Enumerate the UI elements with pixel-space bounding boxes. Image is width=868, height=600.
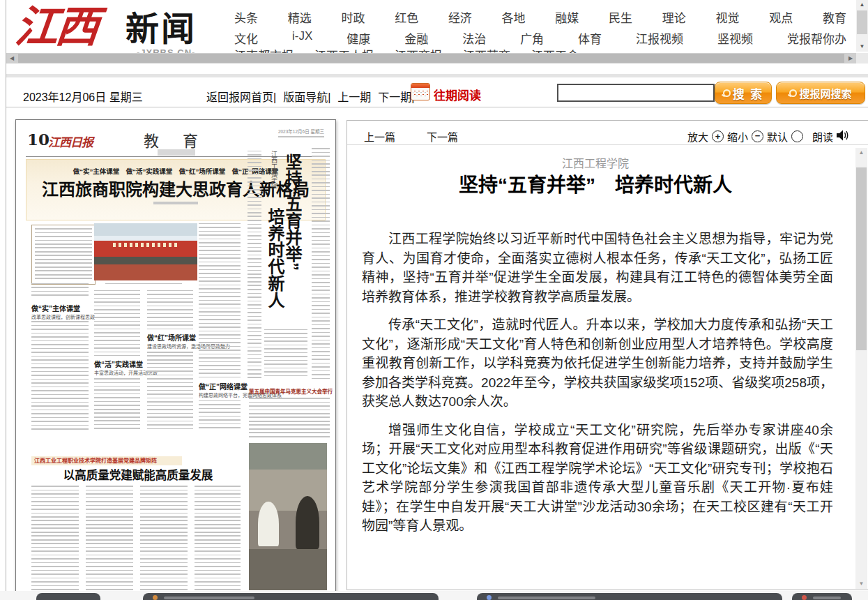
epaper-lead-photo	[94, 223, 197, 280]
text-placeholder	[94, 378, 140, 430]
text-placeholder	[31, 283, 89, 299]
site-search-button[interactable]: 搜报网搜索	[776, 82, 865, 104]
nav-item-law[interactable]: 法治	[462, 29, 486, 47]
default-size-label[interactable]: 默认	[767, 129, 788, 144]
next-article-link[interactable]: 下一篇	[427, 129, 458, 144]
main-nav: 头条 精选 时政 红色 经济 各地 融媒 民生 理论 视觉 观点 教育 文化 i…	[234, 0, 846, 53]
browser-tab[interactable]	[477, 593, 782, 600]
nav-item-jxsb[interactable]: 江西商报	[395, 46, 442, 53]
previous-article-link[interactable]: 上一篇	[364, 129, 395, 144]
article-toolbar-divider	[347, 144, 868, 145]
nav-item-economy[interactable]: 经济	[448, 8, 472, 26]
epaper-subhead-1: 做“实”主体课堂 改革思政课程，创新课程思政	[31, 303, 95, 320]
scrollbar-corner	[856, 53, 868, 63]
nav-item-politics[interactable]: 时政	[341, 8, 365, 26]
article-scroll-thumb[interactable]	[856, 167, 867, 350]
issue-date: 2023年12月06日 星期三	[23, 88, 143, 105]
site-logo-text[interactable]: 新闻	[125, 10, 197, 49]
nav-item-ijx[interactable]: i-JX	[292, 29, 312, 47]
back-to-home-link[interactable]: 返回报网首页|	[206, 88, 276, 105]
text-placeholder	[31, 321, 89, 430]
text-placeholder	[813, 597, 841, 599]
site-search-button-label: 搜报网搜索	[799, 86, 851, 100]
past-issues-link[interactable]: 往期阅读	[434, 86, 481, 103]
nav-item-opinion[interactable]: 观点	[769, 8, 793, 26]
next-issue-link[interactable]: 下一期|	[378, 88, 414, 105]
article-kicker: 江西工程学院	[347, 154, 844, 171]
header-vscroll-thumb[interactable]	[857, 10, 867, 34]
nav-item-red[interactable]: 红色	[395, 8, 418, 26]
article-title: 坚持“五育并举” 培养时代新人	[347, 170, 844, 197]
zoom-in-label[interactable]: 放大	[687, 129, 708, 144]
epaper-bottom-photo	[249, 443, 327, 590]
nav-item-media[interactable]: 融媒	[555, 8, 579, 26]
nav-item-jnds[interactable]: 江南都市报	[234, 46, 294, 53]
scroll-right-icon[interactable]: ▶	[845, 53, 856, 63]
tab-favicon	[487, 595, 492, 600]
article-frame: 上一篇 下一篇 放大 缩小 默认 朗读 江西工程学院 坚持“五育并举” 培养时代…	[347, 120, 868, 590]
browser-tab[interactable]	[143, 593, 439, 600]
nav-item-vision[interactable]: 视觉	[715, 8, 739, 26]
nav-item-jxgh[interactable]: 江西工会	[531, 46, 579, 53]
search-button-label: 搜 索	[733, 84, 764, 102]
text-placeholder	[249, 398, 330, 438]
read-aloud-label[interactable]: 朗读	[812, 129, 833, 144]
site-logo-calligraphy[interactable]: 江西	[13, 0, 99, 54]
scroll-up-icon[interactable]: ▲	[856, 0, 868, 10]
nav-item-jxgr[interactable]: 江西工人报	[314, 46, 374, 53]
article-tools: 放大 缩小 默认 朗读	[687, 129, 849, 144]
text-placeholder	[248, 151, 261, 381]
nav-item-culture[interactable]: 文化	[234, 29, 258, 47]
text-placeholder	[94, 290, 140, 356]
epaper-date-line: 2023年12月6日 星期三	[278, 128, 324, 140]
browser-tab[interactable]	[792, 593, 852, 600]
scroll-down-icon[interactable]: ▼	[856, 42, 868, 52]
nav-item-featured[interactable]: 精选	[288, 8, 312, 26]
nav-item-livelihood[interactable]: 民生	[609, 8, 632, 26]
epaper-section-tab	[158, 149, 195, 156]
zoom-in-icon[interactable]	[712, 130, 724, 142]
epaper-news-headline[interactable]: 第五届中国青年马克思主义大会举行	[249, 387, 330, 395]
nav-row-1: 头条 精选 时政 红色 经济 各地 融媒 民生 理论 视觉 观点 教育	[234, 8, 846, 26]
scroll-left-icon[interactable]: ◀	[6, 53, 17, 63]
header-vertical-scrollbar[interactable]: ▲ ▼	[856, 0, 868, 52]
epaper-bottom-headline[interactable]: 以高质量党建赋能高质量发展	[37, 466, 239, 483]
nav-item-party-help[interactable]: 党报帮你办	[787, 29, 846, 47]
header-divider	[6, 74, 868, 77]
nav-item-theory[interactable]: 理论	[662, 8, 686, 26]
text-placeholder	[140, 486, 188, 590]
zoom-out-icon[interactable]	[752, 130, 763, 142]
previous-issue-link[interactable]: 上一期	[337, 88, 371, 105]
epaper-page-thumbnail[interactable]: 10 江西日报 教 育 2023年12月6日 星期三 做“实”主体课堂 做“活”…	[15, 119, 336, 592]
article-vertical-scrollbar[interactable]: ▲ ▼	[855, 148, 867, 589]
search-button[interactable]: 搜 索	[715, 82, 772, 104]
header-horizontal-scrollbar[interactable]: ◀ ▶	[6, 53, 856, 63]
nav-item-video[interactable]: 江报视频	[636, 29, 683, 47]
nav-item-finance[interactable]: 金融	[404, 29, 428, 47]
nav-item-vertical-video[interactable]: 竖视频	[717, 29, 753, 47]
nav-item-regions[interactable]: 各地	[502, 8, 526, 26]
nav-item-health[interactable]: 健康	[347, 29, 370, 47]
nav-item-education[interactable]: 教育	[823, 8, 846, 26]
text-placeholder	[278, 136, 324, 140]
scroll-up-icon[interactable]: ▲	[855, 148, 867, 158]
search-icon	[723, 89, 731, 97]
default-size-icon[interactable]	[791, 130, 803, 142]
nav-item-wideangle[interactable]: 广角	[520, 29, 544, 47]
text-placeholder	[86, 486, 133, 590]
text-placeholder	[35, 228, 92, 281]
calendar-icon[interactable]	[411, 83, 430, 100]
nav-item-headlines[interactable]: 头条	[234, 8, 258, 26]
text-placeholder	[199, 400, 241, 430]
speaker-icon[interactable]	[837, 130, 849, 143]
browser-tab[interactable]	[36, 593, 100, 600]
text-placeholder	[264, 329, 307, 378]
epaper-vertical-headline-2[interactable]: 培养时代新人	[263, 208, 287, 320]
nav-item-sports[interactable]: 体育	[578, 29, 602, 47]
zoom-out-label[interactable]: 缩小	[727, 129, 748, 144]
page-navigation-link[interactable]: 版面导航|	[283, 88, 330, 105]
search-input[interactable]	[557, 84, 715, 102]
nav-item-jxys[interactable]: 江西营商	[463, 46, 510, 53]
header-hscroll-thumb[interactable]	[18, 54, 844, 63]
scroll-down-icon[interactable]: ▼	[855, 579, 867, 589]
